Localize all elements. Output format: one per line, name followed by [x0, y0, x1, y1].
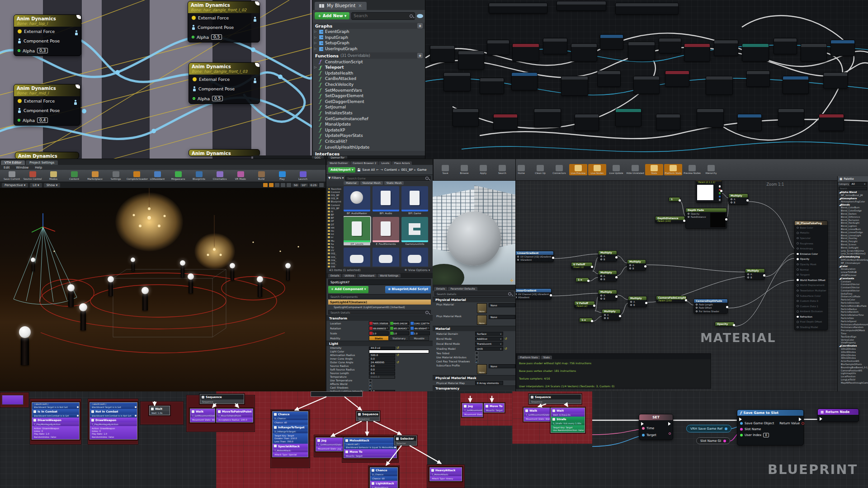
viewport-icon[interactable] [269, 183, 274, 187]
editor-window-tab[interactable]: VTH Editor [1, 160, 25, 165]
graph-node[interactable] [706, 76, 733, 95]
folder-item[interactable]: BP [326, 216, 344, 220]
material-node-1-x[interactable]: 1-x [579, 318, 593, 322]
palette-search[interactable]: Search [839, 187, 867, 190]
material-output-pin[interactable]: Specular [795, 235, 827, 241]
property-value[interactable]: 6500.0 [369, 375, 395, 379]
node-pin-row[interactable]: B [627, 267, 646, 271]
graph-node[interactable] [774, 38, 797, 54]
output-pose-pin[interactable] [74, 100, 77, 105]
add-component-button[interactable]: + Add Component ▾ [328, 286, 368, 293]
palette-category[interactable]: ◢ Coordinates [838, 344, 868, 347]
section-header[interactable]: Material [433, 326, 515, 331]
palette-item[interactable]: LongLatToUV [838, 378, 868, 381]
mobility-option[interactable]: Movable [409, 336, 429, 341]
mat-toolbar-apply[interactable]: Apply [474, 164, 492, 175]
output-pin[interactable] [679, 199, 681, 202]
palette-item[interactable]: VertexColor [838, 338, 868, 341]
eye-icon[interactable] [417, 14, 423, 18]
asset-tile[interactable]: DT_Levels [344, 217, 370, 245]
material-graph-canvas[interactable]: ColorParam (2,1,1,1)1Depth FadeOpacityFa… [515, 181, 837, 391]
toolbar-button-content[interactable]: Content [64, 171, 84, 180]
output-pin[interactable] [644, 265, 646, 267]
palette-item[interactable]: Constant3Vector [838, 286, 868, 289]
material-output-pin[interactable]: Subsurface Color [795, 293, 827, 299]
palette-item[interactable]: Blend_LinearDodge [838, 230, 868, 234]
function-item[interactable]: ƒManaUpdate [313, 122, 425, 127]
output-pin[interactable] [645, 302, 647, 304]
palette-item[interactable]: TwoSidedSign [838, 335, 868, 338]
palette-item[interactable]: 3Dto1DIndex [838, 357, 868, 360]
anim-dynamics-node[interactable]: Anim DynamicsBone: hair_mid_lExternal Fo… [14, 84, 80, 126]
search-components[interactable]: Search Components [328, 294, 431, 299]
function-item[interactable]: ƒUpdateHealth [313, 70, 425, 76]
asset-dropdown[interactable]: None [489, 364, 515, 368]
material-output-node[interactable]: M_PlaneFakeFog Base ColorMetallicSpecula… [794, 221, 828, 330]
details-tab[interactable]: Details [434, 287, 447, 291]
graph-node[interactable] [575, 114, 599, 131]
asset-thumbnail[interactable]: None [477, 315, 487, 325]
asset-search[interactable] [345, 176, 431, 181]
function-item[interactable]: ƒCriticalHit? [313, 139, 425, 145]
node-pin-row[interactable]: B [745, 276, 764, 280]
pin-alpha[interactable]: Alpha0,4 [14, 115, 80, 125]
set-node-pin[interactable]: Target [639, 432, 673, 438]
palette-category[interactable]: ◢ Blends [838, 203, 868, 206]
light-bulb-actor[interactable] [285, 263, 291, 268]
graph-node[interactable] [819, 114, 844, 131]
bottom-panel-tab[interactable]: Utilities [342, 274, 356, 277]
graph-node[interactable] [633, 76, 660, 94]
output-pin[interactable] [733, 324, 735, 326]
output-pin[interactable] [550, 294, 552, 296]
palette-item[interactable]: ParticleDirection [838, 301, 868, 305]
palette-item[interactable]: ParticleMotionBlurFade [838, 304, 868, 307]
palette-item[interactable]: PerInstanceFadeAmount [838, 323, 868, 326]
back-icon[interactable]: ← [376, 168, 379, 172]
palette-item[interactable]: ViewProperty [838, 341, 868, 344]
asset-tile[interactable]: BPI_Game [401, 186, 428, 215]
anim-dynamics-node[interactable]: Anim DynamicsBone: hair_top_lExternal Fo… [14, 14, 81, 56]
folder-item[interactable]: Content [326, 190, 344, 193]
property-value[interactable]: 0.0 [369, 368, 395, 371]
vrh-save-game-ref-pill[interactable]: VRH Save Game Ref [686, 425, 731, 432]
asset-search-input[interactable] [347, 177, 425, 180]
graph-node[interactable] [430, 45, 455, 62]
pin-component-pose[interactable]: Component Pose [189, 84, 259, 94]
palette-item[interactable]: Constant4Vector [838, 289, 868, 292]
pin-external-force[interactable]: External Force [14, 96, 80, 106]
section-header[interactable]: Physical Material Mask [433, 375, 515, 380]
function-input-pin[interactable]: User Index0 [737, 432, 777, 438]
folder-item[interactable]: HH [326, 226, 344, 229]
light-bulb-actor[interactable] [230, 263, 235, 268]
material-node-multiply[interactable]: MultiplyAB [602, 309, 621, 320]
palette-item[interactable]: 1Dto3DIndex [838, 350, 868, 353]
panel-tab[interactable]: Place Actors [392, 161, 412, 165]
palette-item[interactable]: CameraPositionWS [838, 369, 868, 372]
blueprint-search[interactable] [351, 12, 415, 20]
output-pin[interactable] [591, 320, 593, 322]
actor-name-field[interactable]: SpotLight47 [328, 279, 431, 285]
transform-header[interactable]: Transform [326, 315, 433, 321]
add-import-button[interactable]: Add/Import ▾ [328, 167, 355, 173]
node-pin-row[interactable]: For Vertex Shader [694, 310, 727, 313]
node-pin-row[interactable]: B [729, 201, 748, 205]
mat-toolbar-live-update[interactable]: Live Update [607, 164, 625, 175]
function-item[interactable]: ƒGetDaggerElement [313, 99, 425, 105]
material-node-cameradepthfade[interactable]: CameraDepthFadeFade LengthFade OffsetFor… [693, 299, 728, 314]
material-node-color[interactable]: ColorParam (2,1,1,1) [696, 181, 722, 203]
function-item[interactable]: ƒSetMovementVars [313, 87, 425, 93]
alpha-value[interactable]: 0,3 [37, 48, 48, 53]
pin-alpha[interactable]: Alpha0,5 [188, 32, 259, 42]
palette-item[interactable]: sRGBToLinear [838, 274, 868, 277]
function-item[interactable]: ƒCanBeAttacked [313, 76, 425, 82]
palette-item[interactable]: Constant2Vector [838, 283, 868, 286]
checkbox[interactable]: ✓ [369, 386, 372, 389]
save-all-button[interactable]: 💾 [357, 168, 361, 172]
material-node-multiply[interactable]: MultiplyAB [598, 250, 617, 262]
alpha-value[interactable]: 0,5 [212, 96, 223, 101]
output-pin[interactable] [763, 274, 765, 277]
node-pin-row[interactable]: B [599, 258, 617, 262]
palette-item[interactable]: Blend_Difference [838, 215, 868, 218]
palette-item[interactable]: Lerp_ScratchNGrime [838, 249, 868, 252]
mat-toolbar-preview-nodes[interactable]: Preview Nodes [683, 164, 701, 175]
